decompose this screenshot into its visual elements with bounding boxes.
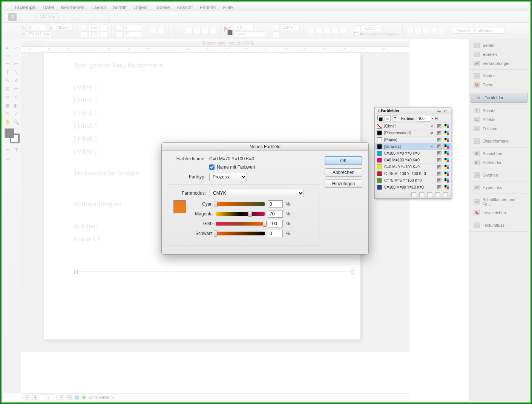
panel-ebenen[interactable]: ≡Ebenen (469, 50, 529, 59)
swatch-row[interactable]: C=100 M=90 Y=10 K=0 (375, 184, 451, 191)
fill-frame-icon[interactable] (430, 28, 437, 34)
select-content-icon[interactable] (194, 28, 201, 34)
content-collector-icon[interactable]: ▭ (3, 60, 12, 68)
flip-h-icon[interactable] (150, 28, 157, 34)
panel-effekte[interactable]: fxEffekte (469, 115, 529, 124)
swatch-row[interactable]: C=15 M=100 Y=100 K=0 (375, 171, 451, 177)
wrap-jump-icon[interactable] (331, 28, 338, 34)
select-container-icon[interactable] (186, 28, 193, 34)
add-button[interactable]: Hinzufügen (325, 180, 362, 188)
panel-verknuepfungen[interactable]: 🔗Verknüpfungen (469, 59, 529, 68)
autofit-checkbox[interactable] (354, 32, 358, 36)
rect-tool-icon[interactable]: ▭ (12, 84, 21, 93)
show-color-swatches-icon[interactable] (419, 192, 424, 197)
field-scale-y[interactable]: 100 % (89, 31, 107, 37)
stroke-style[interactable]: ━━━━ (235, 31, 265, 37)
collapse-icon[interactable]: ▸▸ (437, 109, 442, 113)
zoom-dropdown[interactable]: 100 % ▾ (35, 13, 59, 20)
yellow-input[interactable] (268, 220, 283, 227)
min-dot[interactable] (31, 41, 35, 45)
swatch-row[interactable]: C=0 M=0 Y=100 K=0 (375, 164, 451, 171)
zoom-dot[interactable] (38, 41, 42, 45)
last-page-icon[interactable]: ⏭ (67, 395, 72, 400)
menu-fenster[interactable]: Fenster (199, 5, 216, 10)
panel-kontur[interactable]: ≡Kontur (469, 71, 529, 80)
tint-slider-icon[interactable]: ▸ (432, 117, 433, 120)
ok-button[interactable]: OK (325, 156, 362, 165)
black-slider[interactable] (216, 232, 265, 235)
panel-farbe[interactable]: 🎨Farbe (469, 80, 529, 89)
panel-hyperlinks[interactable]: 🔗Hyperlinks (469, 183, 529, 192)
center-content-icon[interactable] (422, 28, 429, 34)
pen-tool-icon[interactable]: ✎ (3, 76, 12, 84)
swatch-row[interactable]: [Passermarken]⊕ (375, 130, 451, 137)
formatting-container-icon[interactable]: ▭ (385, 115, 391, 121)
panel-farbfelder[interactable]: ▦Farbfelder (471, 93, 527, 103)
select-prev-icon[interactable] (202, 28, 209, 34)
page-field[interactable]: 1 (40, 395, 57, 400)
type-tool-icon[interactable]: T (3, 68, 12, 76)
wrap-shape-icon[interactable] (323, 28, 330, 34)
panel-seiten[interactable]: ▭Seiten (469, 41, 529, 50)
panel-textumfluss[interactable]: ▭Textumfluss (469, 221, 529, 230)
fill-stroke-tool[interactable] (5, 128, 20, 143)
page-tool-icon[interactable]: ▭ (3, 51, 12, 60)
swatch-row[interactable]: C=100 M=0 Y=0 K=0 (375, 150, 451, 157)
opacity-field[interactable]: 100 % (281, 25, 300, 30)
gradient-tool-icon[interactable]: ▦ (3, 101, 12, 109)
delete-swatch-icon[interactable] (443, 192, 448, 197)
type-select[interactable]: Prozess (209, 173, 247, 181)
menu-datei[interactable]: Datei (43, 5, 54, 10)
show-gradient-swatches-icon[interactable] (427, 192, 432, 197)
swatch-row[interactable]: C=75 M=5 Y=100 K=0 (375, 177, 451, 184)
screen-mode-tool-icon[interactable]: ▭ (3, 154, 12, 162)
name-with-value-checkbox[interactable] (209, 164, 215, 170)
menu-hilfe[interactable]: Hilfe (223, 5, 233, 10)
formatting-text-icon[interactable]: T (392, 115, 398, 121)
flip-v-icon[interactable] (158, 28, 165, 34)
hand-tool-icon[interactable]: ✋ (3, 118, 12, 126)
gradient-feather-icon[interactable]: ◧ (12, 101, 21, 109)
status-dropdown-icon[interactable]: ▾ (112, 395, 114, 399)
fx-icon[interactable] (273, 31, 280, 37)
menu-bearbeiten[interactable]: Bearbeiten (61, 5, 84, 10)
panel-objektformate[interactable]: ▭Objektformate (469, 137, 529, 146)
fit-prop-icon[interactable] (438, 28, 445, 34)
direct-selection-tool-icon[interactable]: ▹ (12, 43, 21, 51)
corner-field[interactable]: 4,233 mm (362, 26, 382, 31)
yellow-slider[interactable] (216, 222, 265, 226)
wrap-none-icon[interactable] (308, 28, 314, 34)
swatch-row[interactable]: [Schwarz]✕ (375, 143, 451, 150)
arrange-icon[interactable] (100, 13, 110, 21)
magenta-slider[interactable] (216, 212, 265, 216)
pencil-tool-icon[interactable]: ✐ (12, 76, 21, 84)
cyan-slider[interactable] (216, 202, 265, 206)
rect-frame-tool-icon[interactable]: ⊠ (3, 84, 12, 93)
next-page-icon[interactable]: ▶ (60, 395, 64, 400)
menu-ansicht[interactable]: Ansicht (177, 5, 193, 10)
show-all-swatches-icon[interactable] (411, 192, 416, 197)
fit-frame-icon[interactable] (414, 28, 421, 34)
panel-ausrichten[interactable]: ⊞Ausrichten (469, 149, 529, 158)
field-x[interactable]: 20 mm (26, 25, 45, 31)
menu-objekt[interactable]: Objekt (133, 5, 148, 10)
panel-pathfinder[interactable]: ◧Pathfinder (469, 158, 529, 167)
field-shear[interactable]: 0° (123, 31, 142, 37)
eyedropper-tool-icon[interactable]: ✓ (12, 109, 21, 118)
new-swatch-icon[interactable] (435, 192, 440, 197)
close-dot[interactable] (25, 41, 29, 45)
app-name[interactable]: InDesign (15, 5, 36, 10)
panel-schaltflaechen[interactable]: ▭Schaltflächen und Fo… (469, 195, 529, 208)
bridge-icon[interactable] (22, 13, 30, 21)
swatch-row[interactable]: C=0 M=100 Y=0 K=0 (375, 157, 451, 164)
swatch-row[interactable]: [Ohne]✕ (375, 123, 451, 130)
prev-page-icon[interactable]: ◀ (32, 395, 37, 400)
swatches-tab[interactable]: ◇ Farbfelder ▸▸ ▾≡ (375, 108, 451, 114)
apply-color-icon[interactable]: ▭ (3, 146, 12, 154)
stroke-weight[interactable]: 1 Pt (235, 25, 254, 31)
tint-field[interactable] (417, 116, 430, 121)
magenta-input[interactable] (268, 210, 283, 218)
wrap-bbox-icon[interactable] (316, 28, 322, 34)
select-next-icon[interactable] (210, 28, 216, 34)
fill-stroke-mini[interactable] (377, 115, 383, 121)
